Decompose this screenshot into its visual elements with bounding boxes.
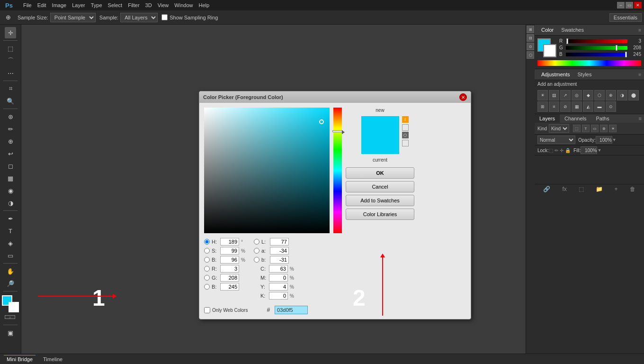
channels-tab[interactable]: Channels	[560, 114, 591, 123]
out-of-gamut-warning[interactable]: !	[402, 116, 409, 123]
color-gradient-picker[interactable]	[204, 108, 330, 233]
menu-select[interactable]: Select	[105, 2, 125, 8]
quick-mask-button[interactable]: ○	[5, 315, 15, 319]
gradient-tool[interactable]: ▦	[5, 173, 16, 184]
selective-color-adj[interactable]: ⊙	[606, 101, 616, 112]
clone-stamp-tool[interactable]: ⊕	[5, 136, 16, 147]
cancel-button[interactable]: Cancel	[346, 181, 414, 192]
filter-pixel-icon[interactable]: ⬚	[573, 125, 581, 132]
only-web-colors-checkbox[interactable]	[204, 307, 210, 313]
bw-adj[interactable]: ◑	[617, 90, 627, 100]
screen-mode-button[interactable]: ▣	[5, 327, 16, 338]
menu-filter[interactable]: Filter	[125, 2, 142, 8]
threshold-adj[interactable]: ◭	[583, 101, 593, 112]
add-to-swatches-button[interactable]: Add to Swatches	[346, 195, 414, 206]
eyedropper-tool-icon[interactable]: ⊕	[2, 12, 14, 23]
show-sampling-ring-label[interactable]: Show Sampling Ring	[161, 14, 218, 20]
show-sampling-ring-checkbox[interactable]	[161, 14, 168, 20]
g-slider-track[interactable]	[566, 46, 627, 50]
panel-options-button[interactable]: ≡	[638, 27, 641, 33]
close-button[interactable]: ✕	[634, 2, 642, 9]
color-libraries-button[interactable]: Color Libraries	[346, 209, 414, 220]
posterize-adj[interactable]: ▦	[572, 101, 582, 112]
panel-icon-2[interactable]: ⊟	[527, 34, 534, 42]
crop-tool[interactable]: ⌗	[5, 83, 16, 94]
brightness-input[interactable]	[220, 256, 239, 264]
hue-radio[interactable]	[204, 239, 210, 245]
opacity-arrow[interactable]: ▼	[612, 137, 617, 142]
move-tool[interactable]: ✛	[5, 27, 16, 38]
menu-type[interactable]: Type	[88, 2, 105, 8]
levels-adj[interactable]: ▤	[549, 90, 559, 100]
essentials-button[interactable]: Essentials	[609, 13, 642, 22]
c-input[interactable]	[269, 265, 288, 273]
menu-help[interactable]: Help	[196, 2, 212, 8]
adjustments-tab[interactable]: Adjustments	[537, 71, 574, 78]
fill-input[interactable]	[581, 146, 597, 154]
filter-shape-icon[interactable]: ▭	[591, 125, 599, 132]
red-radio[interactable]	[204, 266, 210, 272]
history-brush-tool[interactable]: ↩	[5, 148, 16, 159]
fill-arrow[interactable]: ▼	[597, 148, 601, 153]
menu-file[interactable]: File	[20, 2, 35, 8]
paths-tab[interactable]: Paths	[591, 114, 614, 123]
channel-mixer-adj[interactable]: ⊞	[537, 101, 548, 112]
ok-button[interactable]: OK	[346, 167, 414, 179]
vibrance-adj[interactable]: ◆	[583, 90, 593, 100]
layers-panel-options[interactable]: ≡	[636, 114, 644, 123]
web-safe-cube-icon[interactable]: ⬡	[402, 132, 409, 138]
green-radio[interactable]	[204, 275, 210, 281]
quick-select-tool[interactable]: ⋯	[5, 67, 16, 79]
gradient-map-adj[interactable]: ▬	[594, 101, 605, 112]
panel-icon-4[interactable]: ⬡	[527, 51, 534, 59]
background-color[interactable]	[9, 302, 19, 312]
color-lookup-adj[interactable]: ≡	[549, 101, 559, 112]
lock-position-icon[interactable]: ✛	[560, 148, 564, 153]
lock-image-icon[interactable]: ✏	[555, 148, 558, 153]
adj-panel-options[interactable]: ≡	[638, 72, 641, 77]
swatches-tab[interactable]: Swatches	[557, 26, 588, 34]
filter-kind-select[interactable]: Kind	[549, 124, 569, 133]
menu-image[interactable]: Image	[49, 2, 70, 8]
dialog-close-button[interactable]: ✕	[459, 93, 467, 101]
brush-tool[interactable]: ✏	[5, 123, 16, 135]
b-lab-input[interactable]	[270, 256, 289, 264]
create-layer-button[interactable]: +	[615, 186, 618, 192]
web-color-swatch[interactable]	[402, 124, 409, 131]
bg-color-square[interactable]	[543, 44, 556, 57]
maximize-button[interactable]: ▭	[626, 2, 633, 9]
path-select-tool[interactable]: ◈	[5, 237, 16, 249]
lasso-tool[interactable]: ⌒	[5, 55, 16, 66]
filter-type-icon[interactable]: T	[582, 125, 590, 132]
curves-adj[interactable]: ↗	[560, 90, 571, 100]
dodge-tool[interactable]: ◑	[5, 197, 16, 209]
color-squares[interactable]	[537, 38, 556, 57]
zoom-tool[interactable]: 🔎	[5, 278, 16, 289]
type-tool[interactable]: T	[5, 225, 16, 237]
marquee-tool[interactable]: ⬚	[5, 43, 16, 54]
filter-smart-icon[interactable]: ⊛	[600, 125, 608, 132]
menu-view[interactable]: View	[155, 2, 172, 8]
b-slider-track[interactable]	[566, 53, 627, 56]
only-web-colors-label[interactable]: Only Web Colors	[204, 307, 248, 313]
color-balance-adj[interactable]: ⊕	[606, 90, 616, 100]
create-group-button[interactable]: 📁	[596, 186, 603, 192]
invert-adj[interactable]: ⊘	[560, 101, 571, 112]
minimize-button[interactable]: –	[617, 2, 625, 9]
menu-edit[interactable]: Edit	[35, 2, 49, 8]
r-slider-track[interactable]	[566, 39, 627, 43]
blur-tool[interactable]: ◉	[5, 185, 16, 196]
lock-transparent-icon[interactable]: ⬚	[549, 148, 553, 153]
brightness-radio[interactable]	[204, 257, 210, 263]
shape-tool[interactable]: ▭	[5, 250, 16, 261]
mini-bridge-tab[interactable]: Mini Bridge	[4, 355, 36, 363]
sample-select[interactable]: All Layers	[120, 13, 158, 22]
a-radio[interactable]	[254, 248, 259, 254]
k-input[interactable]	[269, 292, 288, 300]
l-input[interactable]	[270, 238, 289, 246]
hue-input[interactable]	[220, 238, 239, 246]
web-safe-swatch[interactable]	[402, 140, 409, 146]
color-tab[interactable]: Color	[537, 26, 557, 34]
sample-size-select[interactable]: Point Sample	[50, 13, 96, 22]
brightness-contrast-adj[interactable]: ☀	[537, 90, 548, 100]
